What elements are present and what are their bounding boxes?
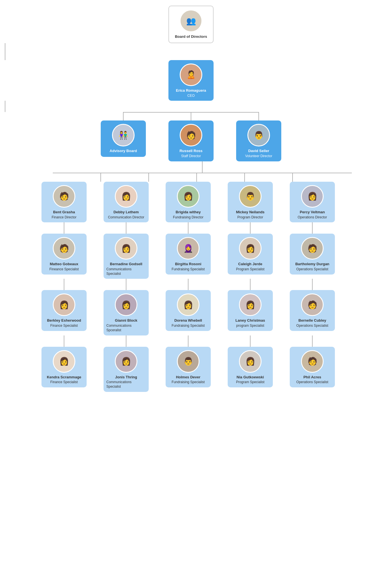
percy-title: Operations Director (298, 215, 327, 220)
level4-nodes: 🧑 Matteo Gobeaux Fineance Specialist 👩 B… (5, 234, 372, 279)
brigida-name: Brigida withey (176, 210, 201, 215)
advisory-avatar: 👫 (112, 124, 135, 146)
caleigh-name: Caleigh Jerde (238, 262, 262, 267)
kendra-title: Finance Specialist (50, 380, 78, 385)
bernadine-title: Communications Specialist (106, 267, 146, 276)
caleigh-node[interactable]: 👩 Caleigh Jerde Program Specialist (228, 234, 273, 274)
ceo-title: CEO (187, 94, 195, 98)
nia-col: 👩 Nia Gutkoewski Program Specialist (222, 347, 278, 392)
phil-node[interactable]: 🧑 Phil Acres Operations Specialist (290, 347, 335, 387)
jonis-node[interactable]: 👩 Jonis Thring Communications Specialist (104, 347, 149, 392)
caleigh-title: Program Specialist (236, 267, 265, 272)
level3-connectors (27, 173, 366, 182)
bartholemy-avatar: 🧑 (301, 237, 324, 260)
vert-advisory (123, 112, 124, 120)
russell-title: Staff Director (181, 154, 201, 159)
berkley-title: Finance Specialist (50, 324, 78, 328)
debby-node[interactable]: 👩 Debby Lethem Communication Director (104, 182, 149, 222)
level2-nodes: 👫 Advisory Board 🧑 Russell Ross Staff Di… (5, 120, 377, 161)
vert-russell-down (202, 161, 203, 173)
advisory-node[interactable]: 👫 Advisory Board (101, 120, 146, 157)
ceo-node[interactable]: 🙎 Erica Romaguera CEO (168, 60, 214, 101)
dorena-title: Fundraising Specialist (172, 324, 205, 328)
phil-title: Operations Specialist (296, 380, 328, 385)
matteo-col: 🧑 Matteo Gobeaux Fineance Specialist (36, 234, 92, 279)
dorena-node[interactable]: 👩 Dorena Whebell Fundraising Specialist (166, 290, 211, 331)
dorena-col: 👩 Dorena Whebell Fundraising Specialist (160, 290, 216, 335)
l3-to-l4-connectors (5, 222, 372, 234)
bernadine-name: Bernadine Godsell (110, 262, 142, 267)
org-chart: 👥 Board of Directors 🙎 Erica Romaguera C… (5, 0, 377, 398)
ceo-avatar: 🙎 (180, 63, 202, 86)
vert-russell (191, 112, 191, 120)
jonis-col: 👩 Jonis Thring Communications Specialist (98, 347, 154, 392)
berkley-name: Berkley Esherwood (47, 318, 81, 323)
bernelle-avatar: 🧑 (301, 293, 324, 316)
birgitta-node[interactable]: 🧕 Birgitta Rosoni Fundraising Specialist (166, 234, 211, 274)
david-col: 👨 David Seller Volunteer Director (236, 120, 281, 161)
russell-col: 🧑 Russell Ross Staff Director (168, 120, 214, 161)
board-section: 👥 Board of Directors (5, 6, 377, 43)
advisory-name: Advisory Board (110, 149, 137, 153)
h-bar-l3 (53, 173, 352, 173)
mickey-node[interactable]: 👨 Mickey Neilands Program Director (228, 182, 273, 222)
gianni-node[interactable]: 👩 Gianni Block Communications Spceralist (104, 290, 149, 335)
bernelle-title: Operations Specialist (296, 324, 328, 328)
bartholemy-name: Bartholemy Durgan (295, 262, 330, 267)
ceo-name: Erica Romaguera (176, 88, 206, 93)
bernelle-name: Bernelle Cubley (298, 318, 326, 323)
l2-col2 (168, 112, 214, 120)
holmes-node[interactable]: 👨 Holmes Dever Fundraising Specialist (166, 347, 211, 387)
vert-bent (100, 173, 101, 182)
holmes-col: 👨 Holmes Dever Fundraising Specialist (160, 347, 216, 392)
mickey-title: Program Director (237, 215, 263, 220)
board-node[interactable]: 👥 Board of Directors (168, 6, 214, 43)
kendra-node[interactable]: 👩 Kendra Scrammage Finance Specialist (41, 347, 87, 387)
bent-avatar: 🧑 (53, 185, 75, 208)
matteo-title: Fineance Specialist (49, 267, 79, 272)
laney-node[interactable]: 👩 Laney Christmas program Specialist (228, 290, 273, 331)
bernadine-col: 👩 Bernadine Godsell Communications Speci… (98, 234, 154, 279)
nia-node[interactable]: 👩 Nia Gutkoewski Program Specialist (228, 347, 273, 387)
russell-name: Russell Ross (179, 149, 203, 153)
connector-ceo-l2 (5, 101, 5, 112)
mickey-col: 👨 Mickey Neilands Program Director (222, 182, 278, 222)
david-avatar: 👨 (247, 124, 270, 146)
kendra-col: 👩 Kendra Scrammage Finance Specialist (36, 347, 92, 392)
brigida-title: Fundraising Director (173, 215, 203, 220)
russell-avatar: 🧑 (180, 124, 202, 146)
matteo-node[interactable]: 🧑 Matteo Gobeaux Fineance Specialist (41, 234, 87, 274)
brigida-node[interactable]: 👩 Brigida withey Fundraising Director (166, 182, 211, 222)
brigida-col: 👩 Brigida withey Fundraising Director (160, 182, 216, 222)
bernelle-node[interactable]: 🧑 Bernelle Cubley Operations Specialist (290, 290, 335, 331)
vert-david (258, 112, 259, 120)
connector-board-ceo (5, 43, 5, 60)
gianni-title: Communications Spceralist (106, 324, 146, 332)
david-title: Volunteer Director (245, 154, 272, 159)
berkley-node[interactable]: 👩 Berkley Esherwood Finance Specialist (41, 290, 87, 331)
kendra-name: Kendra Scrammage (47, 375, 81, 380)
birgitta-col: 🧕 Birgitta Rosoni Fundraising Specialist (160, 234, 216, 279)
percy-col: 👩 Percy Veltman Operations Director (284, 182, 341, 222)
bent-node[interactable]: 🧑 Bent Grasha Finance Director (41, 182, 87, 222)
matteo-name: Matteo Gobeaux (50, 262, 78, 267)
level2-to-3-connector (5, 161, 377, 173)
laney-avatar: 👩 (239, 293, 262, 316)
percy-node[interactable]: 👩 Percy Veltman Operations Director (290, 182, 335, 222)
l5-to-l6-connectors (5, 335, 372, 347)
gianni-avatar: 👩 (115, 293, 137, 316)
birgitta-avatar: 🧕 (177, 237, 199, 260)
birgitta-title: Fundraising Specialist (172, 267, 205, 272)
board-avatar: 👥 (180, 10, 202, 32)
matteo-avatar: 🧑 (53, 237, 75, 260)
bartholemy-node[interactable]: 🧑 Bartholemy Durgan Operations Specialis… (290, 234, 335, 274)
berkley-avatar: 👩 (53, 293, 75, 316)
jonis-avatar: 👩 (115, 350, 137, 373)
russell-node[interactable]: 🧑 Russell Ross Staff Director (168, 120, 214, 161)
holmes-avatar: 👨 (177, 350, 199, 373)
advisory-col: 👫 Advisory Board (101, 120, 146, 157)
vert-mickey (244, 173, 245, 182)
debby-col: 👩 Debby Lethem Communication Director (98, 182, 154, 222)
bernadine-node[interactable]: 👩 Bernadine Godsell Communications Speci… (104, 234, 149, 279)
david-node[interactable]: 👨 David Seller Volunteer Director (236, 120, 281, 161)
